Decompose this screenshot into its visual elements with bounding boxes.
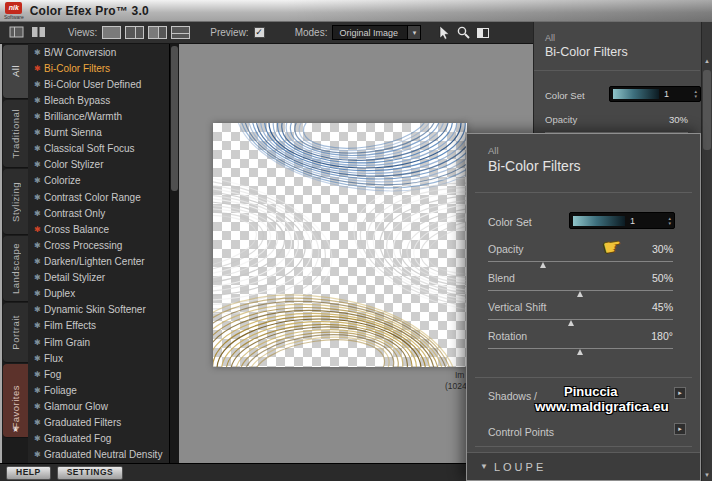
layout-grid-icon[interactable] [8, 26, 26, 40]
filter-label: Bi-Color Filters [44, 63, 110, 74]
filter-item-fog[interactable]: ✱Fog [28, 366, 169, 382]
scroll-down-icon[interactable]: ▼ [702, 472, 712, 478]
views-label: Views: [68, 27, 97, 38]
panel-category-label: All [488, 145, 499, 156]
filter-item-detail-stylizer[interactable]: ✱Detail Stylizer [28, 270, 169, 286]
main-toolbar: Views: Preview: ✓ Modes: Original Image … [0, 22, 533, 44]
view-split-vertical-button[interactable] [125, 26, 144, 39]
filter-item-flux[interactable]: ✱Flux [28, 350, 169, 366]
scrollbar-thumb[interactable] [171, 46, 178, 191]
view-split-compare-button[interactable] [148, 26, 167, 39]
slider-marker[interactable] [577, 349, 583, 355]
slider-value: 30% [652, 243, 673, 255]
tab-stylizing[interactable]: Stylizing [3, 169, 28, 235]
filter-item-cross-processing[interactable]: ✱Cross Processing [28, 237, 169, 253]
loupe-section-header[interactable]: ▼ LOUPE [467, 452, 700, 480]
cursor-tool-icon[interactable] [435, 25, 452, 41]
stepper-arrows-icon[interactable]: ▴▾ [668, 216, 671, 226]
filter-item-contrast-color-range[interactable]: ✱Contrast Color Range [28, 189, 169, 205]
divider [475, 192, 692, 193]
zoom-tool-icon[interactable] [455, 25, 472, 41]
help-button[interactable]: HELP [6, 466, 51, 480]
favorite-star-icon: ✱ [34, 193, 44, 202]
filter-item-graduated-fog[interactable]: ✱Graduated Fog [28, 431, 169, 447]
slider-rotation: Rotation180° [488, 327, 673, 356]
tab-portrait[interactable]: Portrait [3, 303, 28, 363]
divider [475, 446, 692, 447]
watermark-line2: www.maldigrafica.eu [535, 399, 669, 414]
slider-marker[interactable] [540, 262, 546, 268]
color-set-dropdown[interactable]: 1 ▴▾ [609, 86, 701, 102]
filter-item-film-effects[interactable]: ✱Film Effects [28, 318, 169, 334]
filter-item-foliage[interactable]: ✱Foliage [28, 382, 169, 398]
tab-all[interactable]: All [3, 45, 28, 99]
control-points-flyout-button[interactable]: ▸ [674, 423, 686, 435]
favorite-star-icon: ✱ [34, 273, 44, 282]
scrollbar-thumb[interactable] [703, 70, 711, 150]
favorite-star-icon: ✱ [34, 128, 44, 137]
filter-label: Colorize [44, 175, 81, 186]
panel-scrollbar[interactable]: ▲ ▼ [701, 22, 712, 481]
thumbnail-grid-icon[interactable] [30, 26, 48, 40]
favorite-star-icon: ✱ [34, 338, 44, 347]
image-canvas[interactable] [213, 123, 467, 367]
favorite-star-icon: ✱ [34, 48, 44, 57]
filter-item-darken-lighten-center[interactable]: ✱Darken/Lighten Center [28, 253, 169, 269]
slider-marker[interactable] [568, 320, 574, 326]
preview-checkbox[interactable]: ✓ [254, 27, 265, 38]
scroll-up-icon[interactable]: ▲ [702, 58, 712, 64]
slider-value: 180° [651, 330, 673, 342]
filter-item-contrast-only[interactable]: ✱Contrast Only [28, 205, 169, 221]
color-efex-pro-window: nik Software Color Efex Pro™ 3.0 Views: … [0, 0, 712, 481]
filter-list-scrollbar[interactable] [170, 44, 179, 463]
filter-item-graduated-neutral-density[interactable]: ✱Graduated Neutral Density [28, 447, 169, 463]
filter-item-color-stylizer[interactable]: ✱Color Stylizer [28, 157, 169, 173]
view-single-button[interactable] [102, 26, 121, 39]
panel-category-label: All [545, 33, 555, 43]
background-color-tool-icon[interactable] [475, 25, 492, 41]
color-set-dropdown[interactable]: 1 ▴▾ [569, 212, 675, 229]
favorite-star-icon: ✱ [34, 64, 44, 73]
tab-favorites[interactable]: Favorites★ [3, 364, 28, 438]
view-split-horizontal-button[interactable] [171, 26, 190, 39]
filter-label: Cross Processing [44, 240, 122, 251]
filter-item-colorize[interactable]: ✱Colorize [28, 173, 169, 189]
favorite-star-icon: ✱ [34, 321, 44, 330]
color-set-label: Color Set [545, 90, 585, 101]
favorite-star-icon: ✱ [34, 241, 44, 250]
image-caption-line1: Im [455, 370, 467, 381]
filter-item-cross-balance[interactable]: ✱Cross Balance [28, 221, 169, 237]
favorite-star-icon: ✱ [34, 80, 44, 89]
settings-button[interactable]: SETTINGS [57, 466, 124, 480]
filter-item-bi-color-filters[interactable]: ✱Bi-Color Filters [28, 60, 169, 76]
filter-item-dynamic-skin-softener[interactable]: ✱Dynamic Skin Softener [28, 302, 169, 318]
chevron-down-icon: ▾ [407, 26, 420, 39]
filter-item-b-w-conversion[interactable]: ✱B/W Conversion [28, 44, 169, 60]
filter-item-bi-color-user-defined[interactable]: ✱Bi-Color User Defined [28, 76, 169, 92]
color-set-value: 1 [630, 216, 635, 226]
stepper-arrows-icon[interactable]: ▴▾ [694, 89, 697, 99]
modes-dropdown[interactable]: Original Image ▾ [332, 25, 421, 40]
slider-blend: Blend50% [488, 269, 673, 298]
shadows-flyout-button[interactable]: ▸ [674, 387, 686, 399]
filter-item-brilliance-warmth[interactable]: ✱Brilliance/Warmth [28, 108, 169, 124]
filter-item-glamour-glow[interactable]: ✱Glamour Glow [28, 398, 169, 414]
filter-item-classical-soft-focus[interactable]: ✱Classical Soft Focus [28, 141, 169, 157]
slider-track[interactable] [488, 261, 673, 262]
tab-traditional[interactable]: Traditional [3, 100, 28, 168]
tab-landscape[interactable]: Landscape [3, 236, 28, 302]
tab-label: All [10, 65, 21, 77]
favorite-star-icon: ✱ [34, 418, 44, 427]
filter-item-duplex[interactable]: ✱Duplex [28, 286, 169, 302]
favorite-star-icon: ✱ [34, 225, 44, 234]
filter-item-burnt-sienna[interactable]: ✱Burnt Sienna [28, 125, 169, 141]
filter-item-film-grain[interactable]: ✱Film Grain [28, 334, 169, 350]
slider-marker[interactable] [577, 291, 583, 297]
slider-track[interactable] [488, 319, 673, 320]
filter-label: Contrast Color Range [44, 192, 141, 203]
nik-software-logo: nik Software [4, 2, 24, 20]
filter-item-bleach-bypass[interactable]: ✱Bleach Bypass [28, 92, 169, 108]
watermark-line1: Pinuccia [564, 384, 617, 399]
filter-item-graduated-filters[interactable]: ✱Graduated Filters [28, 415, 169, 431]
panel-title: Bi-Color Filters [488, 158, 581, 174]
